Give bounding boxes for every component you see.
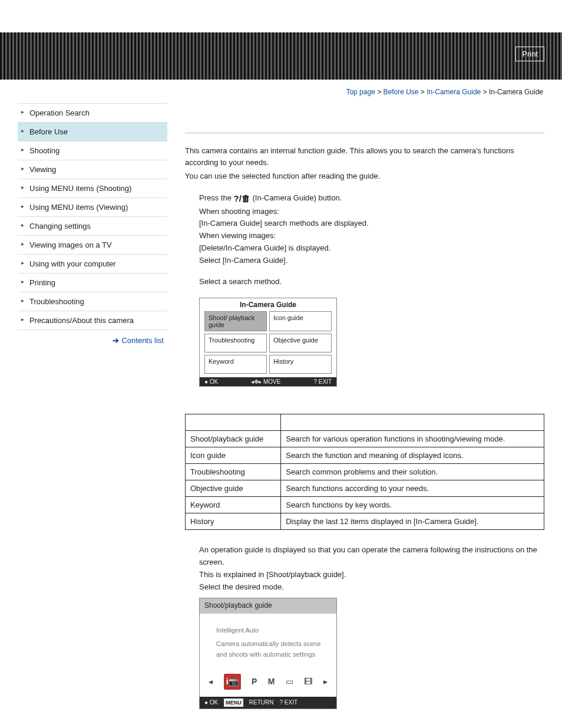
help-trash-icon: ?/🗑	[234, 192, 250, 206]
bottom-p2: This is explained in [Shoot/playback gui…	[199, 569, 544, 581]
row-desc: Search the function and meaning of displ…	[281, 447, 544, 464]
sidebar-item-menu-shooting[interactable]: Using MENU items (Shooting)	[18, 179, 167, 198]
table-row: Shoot/playback guideSearch for various o…	[186, 431, 544, 447]
movie-mode-icon: 🎞	[304, 675, 312, 688]
crumb-current: In-Camera Guide	[489, 88, 543, 96]
sidebar-item-troubleshooting[interactable]: Troubleshooting	[18, 292, 167, 311]
step1-l4: When viewing images:	[199, 230, 544, 242]
scr1-cell-troubleshooting: Troubleshooting	[204, 334, 267, 353]
contents-list-link[interactable]: Contents list	[121, 336, 164, 345]
step1-l2: When shooting images:	[199, 206, 544, 218]
sep: >	[375, 88, 384, 96]
scr2-return: RETURN	[249, 698, 274, 707]
step1-l5: [Delete/In-Camera Guide] is displayed.	[199, 242, 544, 255]
row-desc: Search functions according to your needs…	[281, 480, 544, 497]
guide-methods-table: Shoot/playback guideSearch for various o…	[185, 414, 544, 530]
shoot-playback-screenshot: Shoot/playback guide Intelligent Auto Ca…	[199, 598, 337, 709]
row-name: Keyword	[186, 497, 281, 513]
scr2-exit: ? EXIT	[279, 698, 297, 707]
intro-p2: You can use the selected function after …	[185, 170, 544, 182]
sidebar-item-operation-search[interactable]: Operation Search	[18, 103, 167, 123]
sidebar-item-viewing-tv[interactable]: Viewing images on a TV	[18, 236, 167, 255]
scr1-footer: ● OK ◂✥▸ MOVE ? EXIT	[200, 377, 336, 386]
scr2-ok: ● OK	[204, 698, 218, 707]
panorama-mode-icon: ▭	[286, 675, 293, 688]
scr2-desc: Camera automatically detects scene and s…	[216, 639, 326, 660]
scr2-menu-chip: MENU	[224, 699, 243, 707]
scr2-mode-row: ◂ i📷 P M ▭ 🎞 ▸	[200, 668, 336, 696]
row-desc: Display the last 12 items displayed in […	[281, 513, 544, 530]
in-camera-guide-screenshot: In-Camera Guide Shoot/ playback guide Ic…	[199, 298, 337, 387]
row-desc: Search functions by key words.	[281, 497, 544, 513]
scr2-footer: ● OK MENU RETURN ? EXIT	[200, 697, 336, 709]
sidebar-item-precautions[interactable]: Precautions/About this camera	[18, 311, 167, 330]
scr1-cell-icon-guide: Icon guide	[269, 311, 332, 331]
crumb-before-use[interactable]: Before Use	[384, 88, 419, 96]
sidebar-item-shooting[interactable]: Shooting	[18, 141, 167, 160]
arrow-right-icon: ➔	[113, 336, 119, 345]
print-button[interactable]: Print	[515, 47, 544, 61]
bottom-p3: Select the desired mode.	[199, 581, 544, 594]
bottom-block: An operation guide is displayed so that …	[199, 544, 544, 709]
scr1-move: ◂✥▸ MOVE	[251, 378, 280, 385]
arrow-left-icon: ◂	[209, 675, 213, 688]
intro-p1: This camera contains an internal functio…	[185, 145, 544, 168]
sidebar-item-menu-viewing[interactable]: Using MENU items (Viewing)	[18, 198, 167, 217]
sidebar: Operation Search Before Use Shooting Vie…	[18, 103, 167, 709]
table-row: HistoryDisplay the last 12 items display…	[186, 513, 544, 530]
sidebar-item-before-use[interactable]: Before Use	[18, 123, 167, 141]
scr2-title: Shoot/playback guide	[200, 598, 336, 613]
divider	[185, 133, 544, 133]
row-name: History	[186, 513, 281, 530]
sidebar-item-viewing[interactable]: Viewing	[18, 160, 167, 179]
arrow-right-icon: ▸	[323, 675, 328, 688]
main-content: This camera contains an internal functio…	[167, 101, 544, 709]
sidebar-list: Operation Search Before Use Shooting Vie…	[18, 103, 167, 330]
scr1-cell-keyword: Keyword	[204, 355, 267, 374]
step1-l1a: Press the	[199, 193, 234, 202]
step-2: Select a search method.	[199, 276, 544, 288]
sep: >	[481, 88, 489, 96]
program-mode-icon: P	[252, 675, 257, 688]
row-name: Shoot/playback guide	[186, 431, 281, 447]
sidebar-item-printing[interactable]: Printing	[18, 274, 167, 292]
intro-text: This camera contains an internal functio…	[185, 145, 544, 182]
table-row: Icon guideSearch the function and meanin…	[186, 447, 544, 464]
step2-l1: Select a search method.	[199, 276, 544, 288]
scr1-cell-history: History	[269, 355, 332, 374]
sep: >	[419, 88, 427, 96]
table-row: Objective guideSearch functions accordin…	[186, 480, 544, 497]
sidebar-item-changing-settings[interactable]: Changing settings	[18, 217, 167, 236]
step1-l6: Select [In-Camera Guide].	[199, 255, 544, 267]
row-desc: Search common problems and their solutio…	[281, 464, 544, 480]
table-row: TroubleshootingSearch common problems an…	[186, 464, 544, 480]
step-1: Press the ?/🗑 (In-Camera Guide) button. …	[199, 192, 544, 267]
step1-l3: [In-Camera Guide] search methods are dis…	[199, 218, 544, 230]
scr1-cell-objective-guide: Objective guide	[269, 334, 332, 353]
manual-mode-icon: M	[268, 675, 275, 688]
table-header-empty1	[186, 414, 281, 431]
contents-list-row: ➔Contents list	[18, 330, 167, 345]
scr2-mode: Intelligent Auto	[216, 625, 326, 636]
scr1-exit: ? EXIT	[313, 378, 332, 385]
breadcrumb: Top page > Before Use > In-Camera Guide …	[0, 80, 562, 101]
scr1-ok: ● OK	[204, 378, 218, 385]
crumb-top[interactable]: Top page	[346, 88, 375, 96]
step1-l1b: (In-Camera Guide) button.	[250, 193, 342, 202]
sidebar-item-computer[interactable]: Using with your computer	[18, 255, 167, 274]
table-row: KeywordSearch functions by key words.	[186, 497, 544, 513]
scr1-cell-shoot-playback: Shoot/ playback guide	[204, 311, 267, 331]
row-desc: Search for various operation functions i…	[281, 431, 544, 447]
table-header-empty2	[281, 414, 544, 431]
scr1-title: In-Camera Guide	[200, 298, 336, 311]
crumb-in-camera-guide[interactable]: In-Camera Guide	[427, 88, 481, 96]
row-name: Objective guide	[186, 480, 281, 497]
intelligent-auto-icon: i📷	[224, 674, 241, 689]
row-name: Troubleshooting	[186, 464, 281, 480]
bottom-p1: An operation guide is displayed so that …	[199, 544, 544, 569]
top-banner: Print	[0, 32, 562, 80]
row-name: Icon guide	[186, 447, 281, 464]
